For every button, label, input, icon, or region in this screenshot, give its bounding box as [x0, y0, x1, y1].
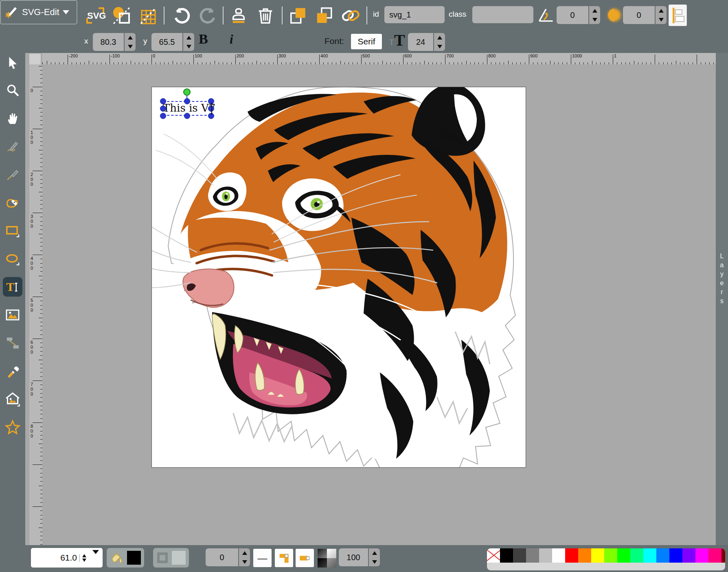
palette-swatch-ff00ff[interactable] — [695, 548, 708, 563]
ruler-tick — [40, 368, 42, 368]
resize-handle-nw[interactable] — [160, 98, 166, 104]
linecap-button[interactable] — [296, 549, 314, 567]
palette-swatch-000000[interactable] — [500, 548, 513, 563]
palette-swatch-ffffff[interactable] — [552, 548, 565, 563]
tool-pan[interactable] — [3, 108, 22, 128]
stroke-width-spin-arrows[interactable] — [239, 548, 250, 566]
ruler-tick — [361, 55, 362, 64]
palette-swatch-7fff00[interactable] — [604, 548, 617, 563]
main-menu-button[interactable]: SVG-Edit — [0, 0, 77, 24]
tool-star[interactable] — [3, 418, 22, 437]
palette-swatch-00ff7f[interactable] — [630, 548, 643, 563]
element-id-input[interactable]: svg_1 — [384, 6, 445, 23]
tool-connector[interactable] — [3, 333, 22, 353]
palette-swatch-ff007f[interactable] — [708, 548, 721, 563]
layers-panel-toggle[interactable]: L a y e r s — [716, 252, 728, 306]
tool-pencil[interactable] — [3, 136, 22, 156]
ruler-tick — [655, 55, 655, 64]
palette-swatch-7f7f7f[interactable] — [526, 548, 539, 563]
move-to-front-button[interactable] — [287, 5, 309, 26]
stroke-color-swatch[interactable] — [172, 551, 186, 565]
ruler-tick — [244, 62, 244, 64]
wireframe-mode-button[interactable] — [111, 5, 133, 26]
ruler-label: -100 — [111, 53, 120, 58]
x-spinner[interactable]: 80.3 — [93, 33, 136, 51]
palette-swatch-ff0000[interactable] — [565, 548, 578, 563]
palette-swatch-none[interactable] — [487, 548, 500, 563]
angle-icon — [537, 6, 555, 24]
redo-button[interactable] — [198, 5, 218, 26]
tool-path[interactable] — [3, 193, 22, 212]
opacity-spin-arrows[interactable] — [369, 548, 380, 566]
italic-button[interactable]: i — [230, 32, 233, 47]
undo-button[interactable] — [171, 5, 192, 26]
resize-handle-sw[interactable] — [160, 113, 166, 119]
opacity-icon[interactable] — [318, 549, 336, 568]
rotate-handle[interactable] — [183, 88, 191, 96]
stroke-width-spinner[interactable]: 0 — [206, 548, 250, 566]
resize-handle-s[interactable] — [184, 113, 190, 119]
edit-source-button[interactable]: SVG — [84, 6, 107, 25]
zoom-dropdown[interactable] — [89, 554, 103, 561]
linejoin-button[interactable] — [275, 549, 293, 567]
tool-select[interactable] — [3, 53, 22, 73]
y-spinner[interactable]: 65.5 — [151, 33, 194, 51]
tool-eyedropper[interactable] — [3, 361, 22, 381]
ruler-tick — [59, 62, 59, 64]
stroke-dash-button[interactable]: — — [253, 549, 272, 567]
ruler-tick — [449, 62, 450, 64]
ruler-tick — [40, 204, 42, 205]
palette-swatch-00ff00[interactable] — [617, 548, 630, 563]
delete-button[interactable] — [255, 5, 276, 26]
tool-rectangle[interactable] — [3, 221, 22, 240]
grid-snap-button[interactable] — [137, 5, 159, 26]
element-class-input[interactable] — [472, 6, 533, 23]
tool-text[interactable]: T — [3, 277, 22, 297]
angle-spinner[interactable]: 0 — [557, 6, 600, 24]
palette-swatch-bfbfbf[interactable] — [539, 548, 552, 563]
palette-swatch-00ffff[interactable] — [643, 548, 656, 563]
palette-swatch-0000ff[interactable] — [669, 548, 682, 563]
font-family-button[interactable]: Serif — [351, 34, 382, 49]
stroke-color-control[interactable] — [153, 548, 189, 568]
tool-line[interactable] — [3, 165, 22, 184]
align-button[interactable] — [669, 4, 687, 26]
blur-spinner[interactable]: 0 — [623, 6, 667, 24]
palette-swatch-007fff[interactable] — [656, 548, 669, 563]
palette-swatch-7f00ff[interactable] — [682, 548, 695, 563]
bold-button[interactable]: B — [199, 31, 208, 47]
resize-handle-w[interactable] — [160, 106, 166, 112]
ruler-tick — [33, 381, 42, 381]
y-spin-arrows[interactable] — [183, 33, 194, 51]
zoom-control[interactable]: 61.0 — [31, 548, 103, 568]
fill-color-swatch[interactable] — [127, 551, 141, 565]
ruler-tick — [344, 62, 345, 64]
paint-bucket-icon — [110, 551, 124, 565]
font-size-spinner[interactable]: 24 — [408, 33, 445, 51]
palette-swatch-7f0000[interactable] — [721, 548, 725, 563]
tool-zoom[interactable] — [3, 80, 22, 100]
select-cursor-icon — [6, 56, 20, 70]
zoom-value[interactable]: 61.0 — [31, 553, 79, 563]
palette-swatch-ffff00[interactable] — [591, 548, 604, 563]
ruler-tick — [286, 62, 286, 64]
fill-color-control[interactable] — [107, 548, 144, 568]
blur-spin-arrows[interactable] — [656, 6, 667, 24]
opacity-spinner[interactable]: 100 — [339, 548, 380, 566]
font-size-spin-arrows[interactable] — [434, 33, 445, 51]
zoom-spin-arrows[interactable] — [79, 554, 89, 562]
clone-stamp-button[interactable] — [228, 5, 249, 26]
ruler-tick — [512, 62, 513, 64]
make-link-button[interactable] — [340, 5, 362, 26]
tool-shape-library[interactable] — [3, 389, 22, 409]
x-spin-arrows[interactable] — [125, 33, 136, 51]
tool-image[interactable] — [3, 305, 22, 325]
angle-spin-arrows[interactable] — [589, 6, 600, 24]
palette-swatch-ff7f00[interactable] — [578, 548, 591, 563]
tool-ellipse[interactable] — [3, 249, 22, 268]
svg-canvas[interactable]: This is V7 — [151, 87, 526, 468]
ruler-tick — [336, 62, 336, 64]
resize-handle-n[interactable] — [184, 98, 190, 104]
move-to-back-button[interactable] — [314, 5, 335, 26]
palette-swatch-3f3f3f[interactable] — [513, 548, 526, 563]
